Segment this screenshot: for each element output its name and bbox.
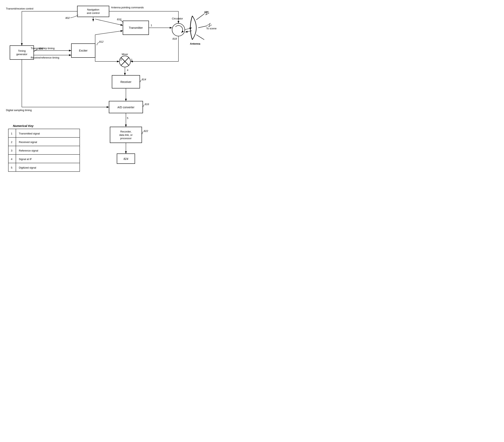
svg-text:Recorder,: Recorder, xyxy=(120,130,131,133)
svg-text:802: 802 xyxy=(65,17,70,19)
svg-text:824: 824 xyxy=(124,157,128,160)
svg-text:814: 814 xyxy=(142,78,146,81)
svg-text:Received signal: Received signal xyxy=(19,141,37,144)
svg-text:Mixer: Mixer xyxy=(122,53,128,56)
svg-text:Antenna: Antenna xyxy=(190,42,200,45)
svg-text:Digital sampling timing: Digital sampling timing xyxy=(6,109,32,112)
svg-point-26 xyxy=(172,23,185,36)
svg-text:Signal at IF: Signal at IF xyxy=(19,158,32,161)
svg-text:Exciter: Exciter xyxy=(79,49,88,52)
svg-text:816: 816 xyxy=(145,103,149,106)
svg-text:1: 1 xyxy=(11,132,12,135)
svg-rect-5 xyxy=(10,46,34,59)
svg-text:4: 4 xyxy=(127,69,128,72)
svg-text:5: 5 xyxy=(11,166,12,169)
svg-text:822: 822 xyxy=(144,129,148,132)
svg-text:Circulator: Circulator xyxy=(172,17,183,20)
svg-text:Reference signal: Reference signal xyxy=(19,149,38,152)
svg-text:5: 5 xyxy=(127,117,128,120)
svg-line-39 xyxy=(95,31,123,35)
svg-text:2: 2 xyxy=(131,58,132,61)
svg-text:Transmit/receive control: Transmit/receive control xyxy=(6,7,33,10)
svg-line-25 xyxy=(196,35,204,40)
svg-text:processor: processor xyxy=(120,137,132,140)
svg-text:Transmit/chirp timing: Transmit/chirp timing xyxy=(31,47,54,50)
svg-text:Navigation: Navigation xyxy=(87,8,99,11)
svg-text:804: 804 xyxy=(204,11,209,14)
svg-text:Receive/reference timing: Receive/reference timing xyxy=(31,56,59,59)
svg-text:generator: generator xyxy=(16,53,27,56)
svg-text:data link, or: data link, or xyxy=(119,133,133,136)
svg-text:812: 812 xyxy=(99,40,104,43)
svg-line-24 xyxy=(198,26,207,28)
svg-text:Digitized signal: Digitized signal xyxy=(19,166,36,169)
svg-text:Timing: Timing xyxy=(18,49,26,52)
svg-text:1: 1 xyxy=(151,24,152,27)
svg-text:3: 3 xyxy=(120,58,122,61)
svg-text:818: 818 xyxy=(173,37,177,40)
svg-line-23 xyxy=(196,14,204,20)
svg-text:Antenna pointing commands: Antenna pointing commands xyxy=(111,6,144,9)
svg-text:Transmitted signal: Transmitted signal xyxy=(19,132,40,135)
svg-text:To scene: To scene xyxy=(206,27,216,30)
svg-text:A/D converter: A/D converter xyxy=(117,106,134,109)
svg-text:and control: and control xyxy=(87,12,100,15)
svg-line-34 xyxy=(185,28,192,30)
svg-text:Receiver: Receiver xyxy=(120,80,131,83)
svg-text:4: 4 xyxy=(11,158,12,161)
svg-text:3: 3 xyxy=(11,149,12,152)
svg-line-35 xyxy=(185,31,192,32)
svg-text:Transmitter: Transmitter xyxy=(129,26,143,29)
main-diagram: Navigation and control Transmitter Timin… xyxy=(0,0,252,221)
svg-text:Numerical Key: Numerical Key xyxy=(13,124,34,128)
svg-text:2: 2 xyxy=(11,141,12,144)
